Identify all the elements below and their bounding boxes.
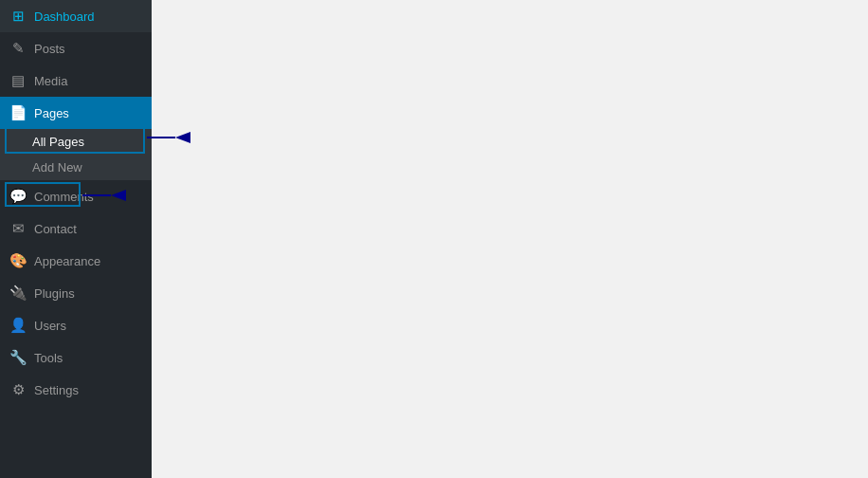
- sidebar-label-comments: Comments: [34, 190, 94, 204]
- sidebar-label-dashboard: Dashboard: [34, 9, 95, 24]
- dashboard-icon: ⊞: [9, 8, 27, 25]
- appearance-icon: 🎨: [9, 252, 27, 269]
- sidebar-label-media: Media: [34, 74, 67, 88]
- sidebar-item-comments[interactable]: 💬 Comments: [0, 180, 152, 212]
- sidebar-label-users: Users: [34, 319, 66, 333]
- sidebar-item-pages[interactable]: 📄 Pages: [0, 97, 152, 129]
- sidebar-item-dashboard[interactable]: ⊞ Dashboard: [0, 0, 152, 32]
- sidebar-item-contact[interactable]: ✉ Contact: [0, 212, 152, 245]
- tools-icon: 🔧: [9, 349, 27, 366]
- plugins-icon: 🔌: [9, 285, 27, 302]
- settings-icon: ⚙: [9, 381, 27, 398]
- sidebar-item-appearance[interactable]: 🎨 Appearance: [0, 245, 152, 277]
- sidebar-sub-add-new[interactable]: Add New: [0, 155, 152, 180]
- sidebar-sub-all-pages[interactable]: All Pages: [0, 129, 152, 155]
- sidebar-item-plugins[interactable]: 🔌 Plugins: [0, 277, 152, 309]
- posts-icon: ✎: [9, 40, 27, 57]
- pages-icon: 📄: [9, 104, 27, 121]
- sidebar-label-tools: Tools: [34, 351, 63, 365]
- sidebar-label-contact: Contact: [34, 222, 77, 236]
- sidebar-label-posts: Posts: [34, 42, 65, 56]
- sidebar-item-media[interactable]: ▤ Media: [0, 64, 152, 97]
- users-icon: 👤: [9, 317, 27, 334]
- sidebar-label-plugins: Plugins: [34, 286, 75, 301]
- contact-icon: ✉: [9, 220, 27, 237]
- sidebar-item-tools[interactable]: 🔧 Tools: [0, 341, 152, 374]
- sidebar-label-appearance: Appearance: [34, 254, 100, 268]
- sidebar-label-pages: Pages: [34, 106, 69, 120]
- media-icon: ▤: [9, 72, 27, 89]
- sidebar-item-posts[interactable]: ✎ Posts: [0, 32, 152, 64]
- comments-icon: 💬: [9, 188, 27, 205]
- sidebar-item-settings[interactable]: ⚙ Settings: [0, 374, 152, 406]
- sidebar-label-settings: Settings: [34, 383, 79, 397]
- sidebar-item-users[interactable]: 👤 Users: [0, 309, 152, 341]
